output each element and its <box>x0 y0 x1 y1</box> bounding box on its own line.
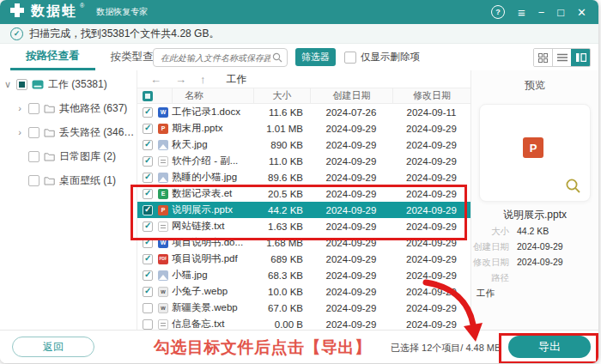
table-row[interactable]: 项目说明书.do...1.68 MB2024-09-292024-09-29 <box>137 234 470 251</box>
selection-summary: 已选择 12个项目/ 4.48 MB <box>391 342 501 355</box>
preview-details: 大小44.2 KB创建日期2024-09-29修改日期2024-09-29路径工… <box>471 226 598 300</box>
checkbox-box[interactable] <box>344 52 356 64</box>
table-row[interactable]: 新疆美景.webp67.0 KB2024-09-292024-09-29 <box>137 300 470 316</box>
row-checkbox[interactable] <box>143 238 153 248</box>
tree-checkbox[interactable] <box>28 151 39 162</box>
word-icon <box>158 107 168 118</box>
folder-icon <box>44 128 55 137</box>
app-name: 数据蛙 <box>31 0 77 23</box>
sidebar-item[interactable]: 桌面壁纸 (1) <box>0 168 137 192</box>
file-name: 数据记录表.et <box>172 187 253 200</box>
tree-checkbox[interactable] <box>28 103 39 114</box>
table-row[interactable]: 项目说明书.pdf689 KB2024-09-292024-09-29 <box>137 251 470 267</box>
ppt-icon <box>158 205 168 215</box>
tree-checkbox[interactable] <box>28 175 39 186</box>
chevron-right-icon[interactable]: › <box>15 127 24 137</box>
maximize-button-icon[interactable]: □ <box>557 6 564 19</box>
tab-by-path[interactable]: 按路径查看 <box>10 44 95 70</box>
column-header-size[interactable]: 大小 <box>253 88 310 103</box>
table-row[interactable]: 软件介绍 - 副...11.0 KB2024-09-292024-09-29 <box>137 153 470 169</box>
help-button-icon[interactable]: ? <box>491 5 505 19</box>
row-checkbox[interactable] <box>143 287 153 297</box>
close-button-icon[interactable]: ✕ <box>577 6 586 19</box>
sidebar-item[interactable]: ›其他路径 (637) <box>0 96 137 120</box>
row-checkbox[interactable] <box>143 221 153 232</box>
table-row[interactable]: 信息备忘.txt0.00 B2024-09-292024-09-29 <box>137 316 470 331</box>
file-size: 1.63 KB <box>253 221 310 232</box>
column-header-name[interactable]: 名称 <box>172 88 253 103</box>
select-all-checkbox[interactable] <box>137 91 172 101</box>
preview-zoom-icon[interactable] <box>565 178 581 194</box>
file-size: 67.0 KB <box>253 303 310 313</box>
word-icon <box>158 238 168 248</box>
table-row[interactable]: 秋天.jpg890 KB2024-09-292024-09-29 <box>137 136 470 153</box>
row-checkbox[interactable] <box>143 173 153 183</box>
logo-cross-icon <box>9 2 26 19</box>
ppt-icon <box>158 124 168 134</box>
file-rows: 工作记录1.docx11.6 KB2024-07-262024-09-11期末用… <box>137 104 470 331</box>
table-row[interactable]: 熟睡的小猫.jpg89.6 KB2024-09-292024-09-29 <box>137 169 470 185</box>
table-row[interactable]: 期末用.pptx1.01 MB2024-09-292024-09-29 <box>137 120 470 136</box>
file-modified-date: 2024-09-29 <box>392 238 470 248</box>
image-icon <box>158 173 168 183</box>
titlebar: 数据蛙 ® 数据恢复专家 ?≡−□✕ <box>0 0 598 24</box>
row-checkbox[interactable] <box>143 189 153 199</box>
row-checkbox[interactable] <box>143 254 153 264</box>
row-checkbox[interactable] <box>143 124 153 134</box>
row-checkbox[interactable] <box>143 140 153 150</box>
search-icon[interactable] <box>272 52 282 63</box>
preview-field-label: 创建日期 <box>471 241 509 253</box>
row-checkbox[interactable] <box>143 205 153 215</box>
file-modified-date: 2024-09-29 <box>392 319 470 330</box>
row-checkbox[interactable] <box>143 303 153 313</box>
export-button[interactable]: 导出 <box>508 336 591 358</box>
file-created-date: 2024-09-29 <box>310 303 392 313</box>
list-view-icon[interactable] <box>552 49 571 66</box>
footer-bar: 返回 勾选目标文件后点击【导出】 已选择 12个项目/ 4.48 MB 导出 <box>0 330 598 363</box>
sidebar-item[interactable]: ∨工作 (35381) <box>0 72 137 96</box>
table-row[interactable]: 小猫.jpg68.3 KB2024-09-292024-09-29 <box>137 267 470 283</box>
row-checkbox[interactable] <box>143 319 153 330</box>
webp-icon <box>158 303 168 313</box>
row-checkbox[interactable] <box>143 156 153 167</box>
view-toggle-group <box>533 48 591 67</box>
grid-view-icon[interactable] <box>534 49 552 66</box>
table-row[interactable]: 说明展示.pptx44.2 KB2024-09-292024-09-29 <box>137 202 470 218</box>
file-created-date: 2024-09-29 <box>310 238 392 248</box>
tree-checkbox[interactable] <box>16 79 27 90</box>
filter-button[interactable]: 筛选器 <box>295 48 336 66</box>
minimize-button-icon[interactable]: − <box>538 6 545 19</box>
file-created-date: 2024-09-29 <box>310 173 392 183</box>
file-created-date: 2024-09-29 <box>310 221 392 232</box>
preview-field-label: 路径 <box>471 272 509 284</box>
table-row[interactable]: 工作记录1.docx11.6 KB2024-07-262024-09-11 <box>137 104 470 120</box>
sidebar-item[interactable]: 日常图库 (2) <box>0 144 137 168</box>
row-checkbox[interactable] <box>143 107 153 118</box>
sidebar-item[interactable]: ›丢失路径 (34696) <box>0 120 137 144</box>
tree-checkbox[interactable] <box>28 127 39 138</box>
table-row[interactable]: 小兔子.webp10.0 KB2024-09-292024-09-29 <box>137 283 470 300</box>
table-row[interactable]: 数据记录表.et20.5 KB2024-09-292024-09-29 <box>137 185 470 202</box>
menu-button-icon[interactable]: ≡ <box>518 6 525 19</box>
nav-forward-button[interactable]: → <box>175 73 186 86</box>
file-size: 10.0 KB <box>253 287 310 297</box>
preview-title: 预览 <box>471 78 598 93</box>
file-created-date: 2024-09-29 <box>310 287 392 297</box>
row-checkbox[interactable] <box>143 270 153 281</box>
show-deleted-only-checkbox[interactable]: 仅显示删除项 <box>344 48 420 66</box>
preview-filename: 说明展示.pptx <box>471 208 598 222</box>
nav-up-button[interactable]: ↑ <box>200 73 206 86</box>
nav-back-button[interactable]: ← <box>150 73 161 86</box>
column-header-created[interactable]: 创建日期 <box>310 88 392 103</box>
chevron-right-icon[interactable]: › <box>15 103 24 113</box>
table-row[interactable]: 网站链接.txt1.63 KB2024-09-292024-09-29 <box>137 218 470 234</box>
search-input[interactable] <box>154 53 272 63</box>
column-header-modified[interactable]: 修改日期 <box>392 88 470 103</box>
back-button[interactable]: 返回 <box>12 337 94 357</box>
sidebar-item-label: 工作 (35381) <box>48 77 107 92</box>
chevron-down-icon[interactable]: ∨ <box>3 79 12 90</box>
preview-field-label: 大小 <box>471 226 509 238</box>
detail-view-icon[interactable] <box>571 49 590 66</box>
app-subtitle: 数据恢复专家 <box>96 0 148 25</box>
toolbar: 按路径查看按类型查看 筛选器 仅显示删除项 <box>0 44 598 71</box>
